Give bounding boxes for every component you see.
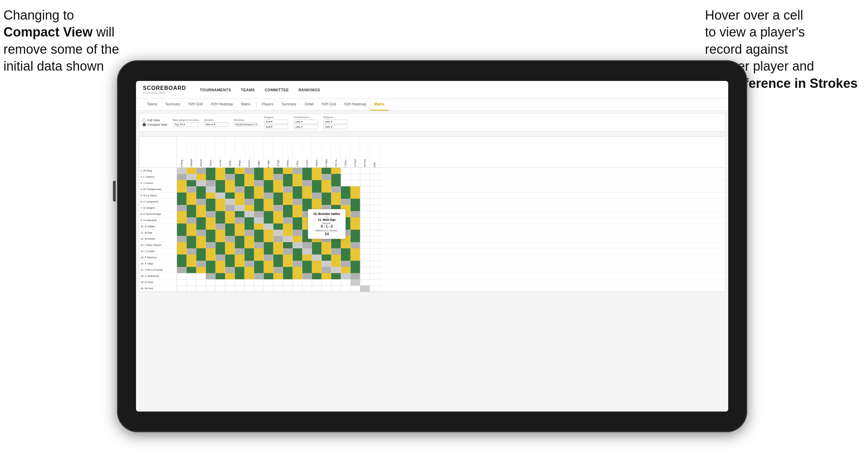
radio-full-view[interactable]: Full View [143, 118, 167, 122]
matrix-cell[interactable] [302, 261, 312, 267]
matrix-cell[interactable] [341, 248, 351, 255]
matrix-cell[interactable] [254, 286, 264, 292]
matrix-cell[interactable] [283, 224, 293, 230]
matrix-cell[interactable] [283, 255, 293, 261]
tab-matrix-active[interactable]: Matrix [370, 99, 388, 111]
matrix-cell[interactable] [302, 186, 312, 193]
matrix-cell[interactable] [370, 199, 379, 205]
matrix-cell[interactable] [302, 248, 312, 255]
matrix-cell[interactable] [177, 279, 187, 286]
matrix-cell[interactable] [341, 273, 351, 279]
matrix-cell[interactable] [293, 199, 302, 205]
matrix-cell[interactable] [360, 174, 370, 180]
matrix-cell[interactable] [216, 205, 225, 211]
matrix-cell[interactable] [225, 199, 235, 205]
filter-conference-select-1[interactable]: (All) ▾ [294, 120, 318, 124]
matrix-cell[interactable] [341, 242, 351, 248]
matrix-cell[interactable] [216, 199, 225, 205]
matrix-cell[interactable] [312, 261, 322, 267]
matrix-cell[interactable] [177, 205, 187, 211]
matrix-cell[interactable] [370, 174, 379, 180]
matrix-cell[interactable] [235, 286, 244, 292]
matrix-cell[interactable] [283, 242, 293, 248]
matrix-cell[interactable] [273, 186, 283, 193]
matrix-cell[interactable] [293, 205, 302, 211]
matrix-cell[interactable] [254, 267, 264, 273]
matrix-cell[interactable] [293, 230, 302, 236]
matrix-cell[interactable] [225, 255, 235, 261]
matrix-cell[interactable] [264, 248, 273, 255]
matrix-cell[interactable] [264, 236, 273, 242]
matrix-cell[interactable] [187, 236, 196, 242]
matrix-cell[interactable] [322, 180, 331, 186]
matrix-cell[interactable] [225, 186, 235, 193]
matrix-cell[interactable] [312, 174, 322, 180]
matrix-cell[interactable] [370, 255, 379, 261]
matrix-cell[interactable] [177, 236, 187, 242]
matrix-cell[interactable] [322, 279, 331, 286]
matrix-cell[interactable] [312, 279, 322, 286]
matrix-cell[interactable] [177, 224, 187, 230]
matrix-cell[interactable] [235, 174, 244, 180]
matrix-cell[interactable] [293, 224, 302, 230]
matrix-cell[interactable] [244, 279, 254, 286]
matrix-cell[interactable] [206, 273, 216, 279]
matrix-cell[interactable] [254, 261, 264, 267]
filter-players-select-1[interactable]: (All) ▾ [323, 120, 347, 124]
matrix-cell[interactable] [322, 261, 331, 267]
matrix-cell[interactable] [273, 248, 283, 255]
matrix-cell[interactable] [187, 267, 196, 273]
tab-h2h-grid[interactable]: H2H Grid [184, 99, 207, 111]
matrix-cell[interactable] [283, 174, 293, 180]
matrix-cell[interactable] [331, 180, 341, 186]
matrix-cell[interactable] [341, 286, 351, 292]
matrix-cell[interactable] [216, 286, 225, 292]
matrix-cell[interactable] [273, 168, 283, 174]
matrix-cell[interactable] [370, 230, 379, 236]
radio-compact-view[interactable]: Compact View [143, 123, 167, 126]
matrix-cell[interactable] [322, 267, 331, 273]
matrix-cell[interactable] [196, 267, 206, 273]
matrix-cell[interactable] [206, 279, 216, 286]
filter-gender-select[interactable]: Men's ▾ [204, 122, 228, 127]
matrix-cell[interactable] [216, 174, 225, 180]
matrix-cell[interactable] [216, 255, 225, 261]
matrix-cell[interactable] [254, 224, 264, 230]
matrix-cell[interactable] [206, 255, 216, 261]
matrix-cell[interactable] [273, 205, 283, 211]
matrix-cell[interactable] [351, 230, 360, 236]
matrix-cell[interactable] [235, 224, 244, 230]
matrix-cell[interactable] [331, 193, 341, 199]
matrix-cell[interactable] [312, 186, 322, 193]
matrix-cell[interactable] [331, 186, 341, 193]
matrix-cell[interactable] [206, 186, 216, 193]
matrix-cell[interactable] [273, 286, 283, 292]
matrix-cell[interactable] [351, 248, 360, 255]
matrix-cell[interactable] [254, 248, 264, 255]
matrix-cell[interactable] [273, 230, 283, 236]
matrix-cell[interactable] [351, 174, 360, 180]
matrix-cell[interactable] [187, 217, 196, 224]
matrix-cell[interactable] [244, 286, 254, 292]
matrix-cell[interactable] [225, 242, 235, 248]
matrix-cell[interactable] [244, 255, 254, 261]
matrix-cell[interactable] [264, 224, 273, 230]
filter-region-select-1[interactable]: N/A ▾ [264, 120, 288, 124]
matrix-cell[interactable] [293, 261, 302, 267]
matrix-cell[interactable] [273, 273, 283, 279]
matrix-cell[interactable] [273, 279, 283, 286]
matrix-cell[interactable] [225, 224, 235, 230]
matrix-cell[interactable] [312, 255, 322, 261]
matrix-cell[interactable] [187, 248, 196, 255]
matrix-cell[interactable] [351, 193, 360, 199]
matrix-cell[interactable] [293, 273, 302, 279]
matrix-cell[interactable] [302, 180, 312, 186]
matrix-cell[interactable] [235, 242, 244, 248]
matrix-cell[interactable] [264, 174, 273, 180]
matrix-cell[interactable] [293, 168, 302, 174]
matrix-cell[interactable] [235, 230, 244, 236]
matrix-cell[interactable] [225, 236, 235, 242]
matrix-cell[interactable] [187, 224, 196, 230]
matrix-cell[interactable] [322, 248, 331, 255]
matrix-cell[interactable] [293, 174, 302, 180]
